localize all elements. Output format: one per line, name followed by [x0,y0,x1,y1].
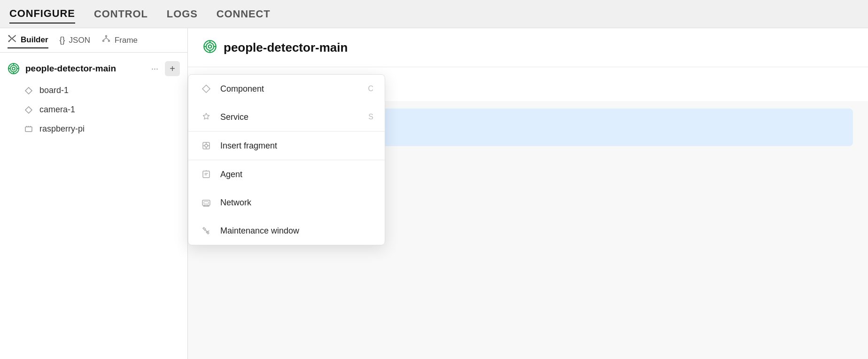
child-label: board-1 [39,86,69,95]
builder-icon [8,34,17,46]
module-icon [24,125,33,133]
component-shortcut: C [368,85,373,93]
network-label: Network [220,198,373,208]
svg-line-33 [206,230,207,231]
builder-label: Builder [21,35,48,45]
sidebar-tabs: Builder {} JSON Frame [0,28,187,53]
nav-control[interactable]: CONTROL [94,5,148,23]
add-button[interactable]: + [165,61,180,76]
nav-logs[interactable]: LOGS [167,5,198,23]
diamond-icon [24,86,33,95]
content-header: people-detector-main [188,28,868,67]
tab-frame[interactable]: Frame [101,32,138,48]
main-layout: Builder {} JSON Frame [0,28,868,359]
dropdown-item-agent[interactable]: Agent [188,160,385,188]
top-navigation: CONFIGURE CONTROL LOGS CONNECT [0,0,868,28]
nav-configure[interactable]: CONFIGURE [9,5,75,23]
tree-actions: ··· + [148,61,180,76]
component-label: Component [220,84,368,94]
svg-point-24 [205,144,208,147]
content-wifi-icon [203,39,217,55]
dropdown-menu: Component C Service S [188,74,385,245]
child-label: raspberry-pi [39,124,85,134]
dropdown-item-network[interactable]: Network [188,188,385,217]
list-item[interactable]: board-1 [0,81,187,100]
svg-point-6 [10,65,17,72]
dropdown-item-maintenance[interactable]: Maintenance window [188,217,385,245]
svg-rect-29 [203,171,209,178]
machine-wifi-icon [8,62,20,75]
sidebar-tree: people-detector-main ··· + board-1 [0,53,187,359]
child-label: camera-1 [39,105,75,115]
agent-label: Agent [220,170,373,180]
json-label: JSON [69,36,90,45]
frame-icon [101,34,111,46]
svg-point-7 [12,67,15,70]
svg-rect-32 [204,202,209,204]
svg-rect-31 [202,200,210,205]
maintenance-label: Maintenance window [220,226,373,236]
maintenance-icon [200,224,213,237]
component-icon [200,82,213,95]
dropdown-item-fragment[interactable]: Insert fragment [188,132,385,160]
network-icon [200,196,213,209]
service-label: Service [220,112,368,122]
list-item[interactable]: camera-1 [0,100,187,119]
dropdown-section-1: Component C Service S [188,75,385,132]
dropdown-item-component[interactable]: Component C [188,75,385,103]
agent-icon [200,168,213,181]
list-item[interactable]: raspberry-pi [0,119,187,139]
tree-children: board-1 camera-1 [0,81,187,139]
more-button[interactable]: ··· [148,63,161,75]
json-icon: {} [60,35,65,45]
svg-point-17 [206,43,214,50]
machine-item[interactable]: people-detector-main ··· + [0,56,187,81]
dropdown-section-2: Insert fragment [188,132,385,160]
svg-rect-12 [25,127,32,132]
tab-json[interactable]: {} JSON [60,33,90,47]
fragment-label: Insert fragment [220,141,373,151]
machine-name: people-detector-main [25,63,148,74]
content-title: people-detector-main [224,40,348,55]
dropdown-section-3: Agent Network Maintenanc [188,160,385,245]
svg-point-0 [8,35,10,37]
service-icon [200,110,213,124]
diamond-icon [24,106,33,114]
svg-point-1 [8,41,10,42]
frame-label: Frame [115,36,138,45]
tab-builder[interactable]: Builder [8,32,48,48]
service-shortcut: S [368,113,373,121]
sidebar: Builder {} JSON Frame [0,28,188,359]
dropdown-item-service[interactable]: Service S [188,103,385,131]
svg-point-18 [209,45,212,48]
fragment-icon [200,139,213,152]
nav-connect[interactable]: CONNECT [217,5,271,23]
